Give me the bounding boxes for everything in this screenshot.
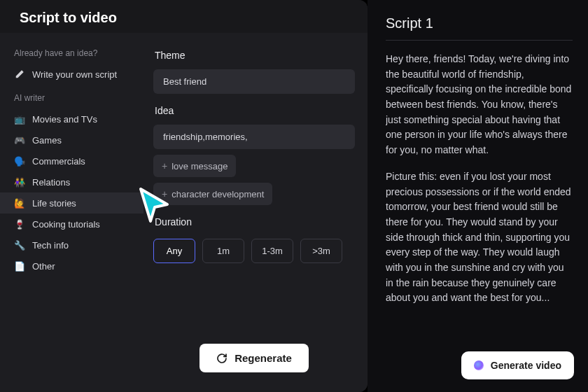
chip-label: love message [172, 161, 227, 172]
sidebar-item-life-stories[interactable]: 🙋Life stories [0, 192, 144, 214]
category-icon: 👫 [14, 176, 25, 188]
sidebar-item-other[interactable]: 📄Other [0, 255, 144, 276]
sidebar-item-write-own[interactable]: Write your own script [0, 64, 144, 85]
generate-video-button[interactable]: Generate video [461, 351, 574, 379]
sidebar-item-relations[interactable]: 👫Relations [0, 172, 144, 192]
plus-icon: + [162, 188, 167, 200]
sidebar-heading-ai: AI writer [0, 90, 144, 108]
orb-icon [474, 360, 484, 370]
divider [386, 40, 573, 41]
idea-chip[interactable]: +character development [153, 183, 272, 205]
script-panel: Script 1 Hey there, friends! Today, we'r… [368, 0, 588, 392]
duration-option[interactable]: 1-3m [251, 239, 293, 263]
script-title: Script 1 [386, 15, 573, 31]
sidebar-item-label: Other [32, 261, 55, 272]
sidebar-item-label: Commercials [32, 156, 85, 167]
category-icon: 🙋 [14, 197, 25, 209]
chip-label: character development [172, 189, 264, 200]
left-panel: Script to video Already have an idea? Wr… [0, 0, 368, 392]
duration-label: Duration [155, 216, 355, 227]
duration-option[interactable]: Any [153, 239, 195, 263]
sidebar-item-label: Games [32, 135, 62, 146]
center-form: Theme Idea +love message+character devel… [144, 33, 368, 392]
sidebar: Already have an idea? Write your own scr… [0, 33, 144, 392]
sidebar-item-label: Relations [32, 177, 70, 188]
pencil-icon [14, 69, 25, 80]
sidebar-item-cooking-tutorials[interactable]: 🍷Cooking tutorials [0, 214, 144, 234]
regenerate-button[interactable]: Regenerate [200, 344, 309, 372]
sidebar-item-label: Cooking tutorials [32, 219, 100, 230]
idea-input[interactable] [153, 125, 355, 149]
category-icon: 🍷 [14, 218, 25, 230]
theme-input[interactable] [153, 69, 355, 94]
category-icon: 📺 [14, 113, 25, 125]
category-icon: 🎮 [14, 134, 25, 146]
regenerate-label: Regenerate [234, 352, 292, 364]
category-icon: 🗣️ [14, 155, 25, 167]
sidebar-item-games[interactable]: 🎮Games [0, 130, 144, 150]
sidebar-item-movies-and-tvs[interactable]: 📺Movies and TVs [0, 108, 144, 130]
sidebar-heading-idea: Already have an idea? [0, 46, 144, 64]
category-icon: 🔧 [14, 239, 25, 251]
sidebar-item-label: Life stories [32, 198, 76, 209]
plus-icon: + [162, 160, 167, 172]
refresh-icon [216, 353, 227, 364]
idea-label: Idea [155, 105, 355, 116]
duration-option[interactable]: 1m [202, 239, 244, 263]
idea-chip[interactable]: +love message [153, 155, 236, 177]
category-icon: 📄 [14, 260, 25, 272]
sidebar-item-label: Tech info [32, 240, 69, 251]
script-paragraph: Hey there, friends! Today, we're diving … [386, 52, 573, 158]
sidebar-item-tech-info[interactable]: 🔧Tech info [0, 234, 144, 255]
generate-label: Generate video [491, 360, 561, 371]
theme-label: Theme [155, 50, 355, 61]
script-paragraph: Picture this: even if you lost your most… [386, 169, 573, 306]
sidebar-item-commercials[interactable]: 🗣️Commercials [0, 150, 144, 172]
sidebar-item-label: Write your own script [32, 69, 117, 80]
page-title: Script to video [0, 0, 368, 33]
script-body: Hey there, friends! Today, we're diving … [386, 52, 573, 379]
duration-option[interactable]: >3m [300, 239, 342, 263]
sidebar-item-label: Movies and TVs [32, 114, 97, 125]
